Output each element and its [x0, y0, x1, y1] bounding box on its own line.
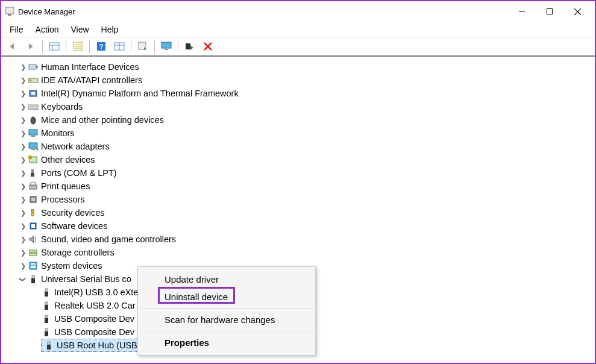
category-label: Intel(R) Dynamic Platform and Thermal Fr…	[41, 89, 239, 98]
category-row[interactable]: ❯Keyboards	[14, 100, 595, 113]
menu-action[interactable]: Action	[30, 24, 65, 36]
expand-icon[interactable]: ❯	[18, 181, 28, 191]
svg-rect-62	[45, 305, 48, 310]
ctx-update-driver[interactable]: Update driver	[138, 271, 315, 288]
category-row[interactable]: ❯Processors	[14, 193, 595, 206]
category-label: Sound, video and game controllers	[41, 234, 176, 244]
expand-icon[interactable]: ❯	[18, 142, 28, 151]
menu-file[interactable]: File	[4, 24, 30, 36]
category-label: Network adapters	[41, 142, 110, 151]
expand-icon[interactable]: ❯	[18, 115, 28, 125]
menubar: File Action View Help	[1, 22, 595, 37]
device-row[interactable]: Realtek USB 2.0 Car	[41, 299, 595, 312]
svg-rect-25	[36, 66, 38, 68]
help-button[interactable]: ?	[93, 39, 110, 54]
svg-rect-47	[31, 198, 35, 201]
svg-rect-59	[45, 289, 48, 292]
svg-rect-3	[547, 9, 553, 14]
category-label: Other devices	[41, 155, 95, 165]
device-row[interactable]: USB Composite Dev	[41, 325, 595, 339]
svg-rect-27	[30, 80, 31, 81]
category-row[interactable]: ❯Storage controllers	[14, 246, 595, 259]
device-row[interactable]: USB Composite Dev	[41, 312, 595, 325]
ctx-scan-hardware[interactable]: Scan for hardware changes	[138, 311, 315, 328]
expand-icon[interactable]: ❯	[18, 128, 28, 138]
svg-rect-35	[31, 136, 35, 137]
category-label: Human Interface Devices	[41, 62, 139, 72]
expand-icon[interactable]: ❯	[18, 221, 28, 231]
category-row[interactable]: ❯Security devices	[14, 206, 595, 219]
expand-icon[interactable]: ❯	[18, 234, 28, 244]
svg-rect-64	[45, 318, 48, 323]
category-row[interactable]: ❯Mice and other pointing devices	[14, 113, 595, 127]
svg-rect-53	[30, 253, 37, 256]
svg-rect-29	[31, 92, 35, 95]
category-row[interactable]: ❯Print queues	[14, 180, 595, 193]
expand-icon[interactable]: ❯	[18, 195, 28, 204]
device-row[interactable]: Intel(R) USB 3.0 eXte	[41, 286, 595, 299]
svg-rect-34	[29, 130, 37, 135]
uninstall-button[interactable]	[199, 39, 216, 54]
category-row[interactable]: ❯Intel(R) Dynamic Platform and Thermal F…	[14, 87, 595, 100]
expand-icon[interactable]: ❯	[18, 155, 28, 165]
category-row[interactable]: ❯Network adapters	[14, 140, 595, 153]
svg-rect-61	[45, 302, 48, 305]
svg-rect-19	[162, 42, 171, 48]
update-driver-button[interactable]	[134, 39, 151, 54]
show-hide-tree-button[interactable]	[46, 39, 63, 54]
menu-help[interactable]: Help	[95, 24, 125, 36]
category-row[interactable]: ❯IDE ATA/ATAPI controllers	[14, 74, 595, 87]
category-row[interactable]: ❯Software devices	[14, 219, 595, 233]
category-label: Ports (COM & LPT)	[41, 168, 117, 178]
software-icon	[28, 221, 39, 231]
category-row[interactable]: ❯Monitors	[14, 127, 595, 140]
category-row[interactable]: ❯Human Interface Devices	[14, 60, 595, 74]
expand-icon[interactable]: ❯	[18, 75, 28, 85]
collapse-icon[interactable]: ❯	[18, 274, 28, 284]
category-row[interactable]: ❯?Other devices	[14, 153, 595, 166]
usb-device-icon	[41, 300, 52, 311]
expand-icon[interactable]: ❯	[18, 248, 28, 257]
category-label: Processors	[41, 195, 85, 204]
forward-button[interactable]	[22, 39, 39, 54]
svg-rect-44	[30, 185, 37, 189]
category-label: Storage controllers	[41, 248, 114, 257]
minimize-button[interactable]	[508, 2, 536, 20]
maximize-button[interactable]	[536, 2, 563, 20]
ctx-properties[interactable]: Properties	[138, 334, 315, 351]
expand-icon[interactable]: ❯	[18, 89, 28, 98]
system-icon	[28, 260, 39, 271]
category-row[interactable]: ❯Ports (COM & LPT)	[14, 166, 595, 180]
window-title: Device Manager	[18, 7, 508, 16]
svg-rect-68	[47, 345, 51, 350]
svg-rect-63	[45, 315, 48, 318]
close-button[interactable]	[563, 2, 591, 20]
app-icon	[5, 7, 14, 16]
ctx-uninstall-device[interactable]: Uninstall device	[138, 288, 315, 306]
svg-rect-21	[186, 43, 190, 49]
svg-rect-51	[31, 224, 35, 228]
device-row[interactable]: USB Root Hub (USB 3.0)	[41, 339, 595, 352]
view-button[interactable]	[111, 39, 128, 54]
menu-view[interactable]: View	[64, 24, 95, 36]
properties-button[interactable]	[69, 39, 86, 54]
expand-icon[interactable]: ❯	[18, 168, 28, 178]
expand-icon[interactable]: ❯	[18, 62, 28, 72]
back-button[interactable]	[4, 39, 21, 54]
usb-device-icon	[41, 327, 52, 337]
monitor-button[interactable]	[158, 39, 175, 54]
category-label: Universal Serial Bus co	[41, 274, 131, 284]
svg-rect-24	[29, 64, 36, 69]
svg-rect-67	[48, 342, 50, 345]
monitor-icon	[28, 128, 39, 139]
svg-line-38	[36, 148, 38, 150]
expand-icon[interactable]: ❯	[18, 102, 28, 111]
svg-rect-52	[30, 250, 37, 253]
category-label: Mice and other pointing devices	[41, 115, 164, 125]
expand-icon[interactable]: ❯	[18, 208, 28, 218]
svg-rect-60	[45, 292, 48, 297]
usb-icon	[28, 274, 39, 284]
expand-icon[interactable]: ❯	[18, 261, 28, 271]
category-row[interactable]: ❯Sound, video and game controllers	[14, 233, 595, 246]
scan-hardware-button[interactable]	[181, 39, 198, 54]
